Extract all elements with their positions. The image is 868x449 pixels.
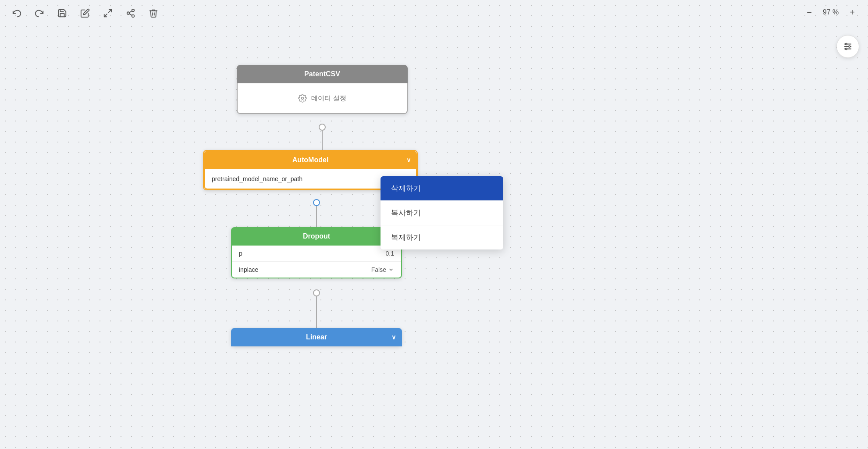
dropout-value-inplace[interactable]: False	[371, 266, 394, 273]
svg-line-5	[129, 14, 132, 15]
svg-point-22	[302, 97, 304, 100]
svg-line-0	[109, 10, 111, 12]
context-menu: 삭제하기 복사하기 복제하기	[381, 176, 503, 249]
dropout-param-p: p	[239, 250, 386, 257]
dropout-header[interactable]: Dropout ∧	[231, 227, 402, 246]
zoom-level: 97 %	[820, 8, 842, 16]
automodel-chevron: ∨	[406, 157, 411, 164]
connect-button[interactable]	[123, 5, 139, 21]
patentcsv-node: PatentCSV 데이터 설정	[237, 65, 408, 114]
settings-fab-button[interactable]	[836, 35, 859, 58]
dropout-row-p: p 0.1	[232, 246, 401, 262]
zoom-controls: − 97 % +	[802, 5, 859, 19]
patentcsv-header[interactable]: PatentCSV	[237, 65, 408, 83]
settings-icon	[298, 94, 307, 103]
linear-title: Linear	[306, 333, 327, 341]
save-button[interactable]	[54, 5, 70, 21]
dropout-value-p: 0.1	[386, 250, 394, 257]
edit-button[interactable]	[77, 5, 93, 21]
automodel-title: AutoModel	[292, 156, 329, 164]
toolbar	[0, 0, 868, 26]
automodel-header[interactable]: AutoModel ∨	[204, 151, 417, 169]
svg-point-12	[846, 48, 847, 50]
automodel-param-name: pretrained_model_name_or_path	[212, 175, 394, 182]
linear-chevron: ∨	[391, 334, 396, 341]
delete-button[interactable]	[146, 5, 161, 21]
svg-point-11	[849, 46, 850, 47]
dropout-row-inplace: inplace False	[232, 262, 401, 278]
dropout-param-inplace: inplace	[239, 266, 371, 273]
patentcsv-body-label: 데이터 설정	[311, 94, 346, 103]
linear-node: Linear ∨	[231, 328, 402, 346]
patentcsv-body: 데이터 설정	[237, 83, 408, 114]
linear-header[interactable]: Linear ∨	[231, 328, 402, 346]
context-menu-item-copy[interactable]: 복사하기	[381, 201, 503, 225]
zoom-in-button[interactable]: +	[845, 5, 859, 19]
dropout-title: Dropout	[303, 232, 330, 240]
patentcsv-title: PatentCSV	[304, 70, 340, 78]
zoom-out-button[interactable]: −	[802, 5, 816, 19]
context-menu-item-delete[interactable]: 삭제하기	[381, 176, 503, 201]
svg-line-1	[104, 14, 107, 17]
dropout-node: Dropout ∧ p 0.1 inplace False	[231, 227, 402, 278]
dropout-body: p 0.1 inplace False	[231, 246, 402, 278]
fullscreen-button[interactable]	[100, 5, 116, 21]
svg-line-6	[129, 11, 132, 13]
redo-button[interactable]	[32, 5, 47, 21]
context-menu-item-duplicate[interactable]: 복제하기	[381, 225, 503, 249]
svg-point-10	[846, 43, 847, 45]
undo-button[interactable]	[9, 5, 25, 21]
dropdown-chevron-icon	[388, 267, 394, 273]
